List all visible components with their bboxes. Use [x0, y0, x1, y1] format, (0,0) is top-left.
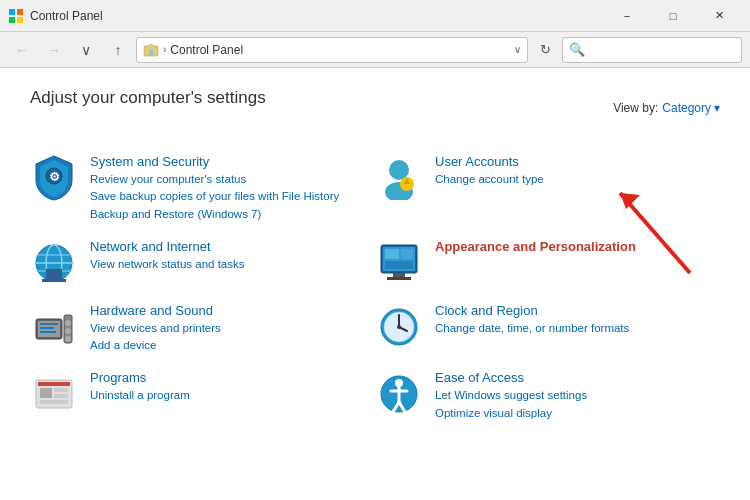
close-button[interactable]: ✕: [696, 0, 742, 32]
user-accounts-link-0[interactable]: Change account type: [435, 171, 720, 188]
system-security-text: System and Security Review your computer…: [90, 154, 375, 223]
view-by-label: View by:: [613, 101, 658, 115]
programs-title[interactable]: Programs: [90, 370, 375, 385]
programs-icon: [30, 370, 78, 418]
svg-rect-44: [40, 400, 68, 404]
svg-point-30: [65, 336, 71, 342]
clock-link-0[interactable]: Change date, time, or number formats: [435, 320, 720, 337]
system-security-link-1[interactable]: Save backup copies of your files with Fi…: [90, 188, 375, 205]
svg-point-28: [65, 320, 71, 326]
programs-text: Programs Uninstall a program: [90, 370, 375, 404]
forward-button[interactable]: →: [40, 36, 68, 64]
svg-rect-22: [385, 261, 413, 269]
system-security-icon: ⚙: [30, 154, 78, 202]
address-text: Control Panel: [170, 43, 510, 57]
svg-point-29: [65, 328, 71, 334]
appearance-icon: [375, 239, 423, 287]
window-controls: − □ ✕: [604, 0, 742, 32]
system-security-link-0[interactable]: Review your computer's status: [90, 171, 375, 188]
category-network-internet[interactable]: Network and Internet View network status…: [30, 231, 375, 295]
address-bar[interactable]: › Control Panel ∨: [136, 37, 528, 63]
svg-rect-42: [54, 388, 68, 392]
minimize-button[interactable]: −: [604, 0, 650, 32]
svg-rect-3: [17, 17, 23, 23]
user-accounts-title[interactable]: User Accounts: [435, 154, 720, 169]
svg-rect-24: [387, 277, 411, 280]
address-icon: [143, 42, 159, 58]
svg-rect-21: [401, 249, 413, 259]
category-programs[interactable]: Programs Uninstall a program: [30, 362, 375, 430]
appearance-title[interactable]: Appearance and Personalization: [435, 239, 720, 254]
category-appearance[interactable]: Appearance and Personalization: [375, 231, 720, 295]
svg-text:⚙: ⚙: [49, 170, 60, 184]
app-icon: [8, 8, 24, 24]
view-by-dropdown[interactable]: Category ▾: [662, 101, 720, 115]
maximize-button[interactable]: □: [650, 0, 696, 32]
svg-rect-32: [40, 327, 54, 329]
svg-rect-33: [40, 331, 56, 333]
clock-text: Clock and Region Change date, time, or n…: [435, 303, 720, 337]
toolbar: ← → ∨ ↑ › Control Panel ∨ ↻ 🔍: [0, 32, 750, 68]
address-dropdown-icon[interactable]: ∨: [514, 44, 521, 55]
recent-button[interactable]: ∨: [72, 36, 100, 64]
window-title: Control Panel: [30, 9, 604, 23]
category-hardware-sound[interactable]: Hardware and Sound View devices and prin…: [30, 295, 375, 363]
user-accounts-text: User Accounts Change account type: [435, 154, 720, 188]
appearance-text: Appearance and Personalization: [435, 239, 720, 256]
user-accounts-icon: [375, 154, 423, 202]
search-bar[interactable]: 🔍: [562, 37, 742, 63]
svg-rect-20: [385, 249, 399, 259]
svg-rect-41: [40, 388, 52, 398]
breadcrumb-separator: ›: [163, 44, 166, 55]
refresh-button[interactable]: ↻: [532, 37, 558, 63]
hardware-link-0[interactable]: View devices and printers: [90, 320, 375, 337]
category-system-security[interactable]: ⚙ System and Security Review your comput…: [30, 146, 375, 231]
svg-rect-1: [17, 9, 23, 15]
ease-access-link-0[interactable]: Let Windows suggest settings: [435, 387, 720, 404]
category-user-accounts[interactable]: User Accounts Change account type: [375, 146, 720, 231]
system-security-link-2[interactable]: Backup and Restore (Windows 7): [90, 206, 375, 223]
categories-grid: ⚙ System and Security Review your comput…: [30, 146, 720, 430]
svg-rect-0: [9, 9, 15, 15]
clock-icon: [375, 303, 423, 351]
system-security-title[interactable]: System and Security: [90, 154, 375, 169]
hardware-text: Hardware and Sound View devices and prin…: [90, 303, 375, 355]
up-button[interactable]: ↑: [104, 36, 132, 64]
svg-rect-43: [54, 394, 68, 398]
hardware-title[interactable]: Hardware and Sound: [90, 303, 375, 318]
svg-rect-5: [149, 50, 153, 56]
category-clock-region[interactable]: Clock and Region Change date, time, or n…: [375, 295, 720, 363]
svg-rect-40: [38, 382, 70, 386]
svg-point-38: [397, 325, 401, 329]
category-ease-access[interactable]: Ease of Access Let Windows suggest setti…: [375, 362, 720, 430]
view-by-value: Category: [662, 101, 711, 115]
hardware-icon: [30, 303, 78, 351]
ease-access-link-1[interactable]: Optimize visual display: [435, 405, 720, 422]
svg-rect-31: [40, 323, 58, 325]
view-by: View by: Category ▾: [613, 101, 720, 115]
svg-rect-23: [393, 273, 405, 277]
network-link-0[interactable]: View network status and tasks: [90, 256, 375, 273]
programs-link-0[interactable]: Uninstall a program: [90, 387, 375, 404]
svg-point-8: [389, 160, 409, 180]
network-text: Network and Internet View network status…: [90, 239, 375, 273]
back-button[interactable]: ←: [8, 36, 36, 64]
network-icon: [30, 239, 78, 287]
svg-rect-2: [9, 17, 15, 23]
page-title: Adjust your computer's settings: [30, 88, 266, 108]
search-icon: 🔍: [569, 42, 585, 57]
ease-access-title[interactable]: Ease of Access: [435, 370, 720, 385]
hardware-link-1[interactable]: Add a device: [90, 337, 375, 354]
title-bar: Control Panel − □ ✕: [0, 0, 750, 32]
ease-access-text: Ease of Access Let Windows suggest setti…: [435, 370, 720, 422]
network-title[interactable]: Network and Internet: [90, 239, 375, 254]
svg-rect-17: [42, 279, 66, 282]
ease-access-icon: [375, 370, 423, 418]
view-by-dropdown-icon: ▾: [714, 101, 720, 115]
main-content: Adjust your computer's settings View by:…: [0, 68, 750, 500]
clock-title[interactable]: Clock and Region: [435, 303, 720, 318]
